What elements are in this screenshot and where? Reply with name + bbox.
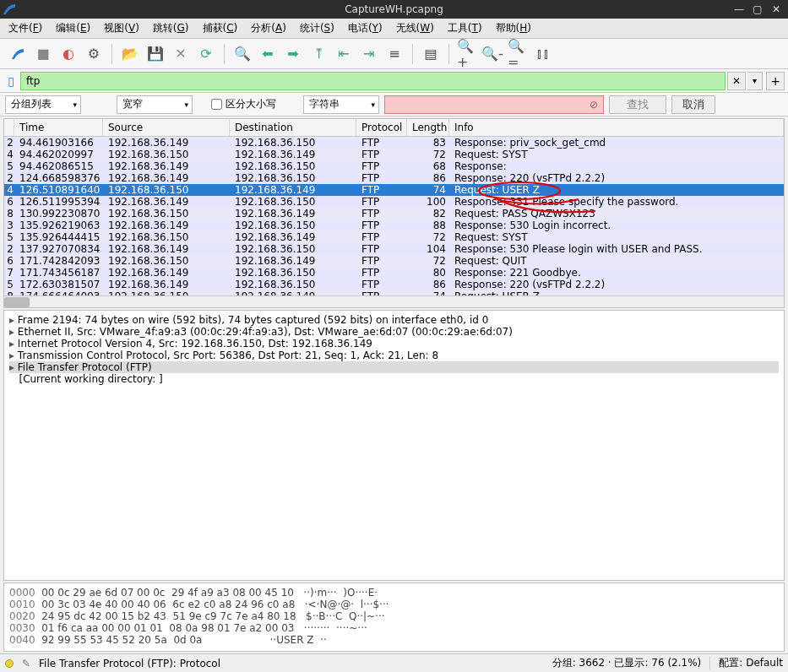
capture-options-icon[interactable]: ⚙ xyxy=(83,43,105,65)
detail-line[interactable]: Frame 2194: 74 bytes on wire (592 bits),… xyxy=(9,314,779,326)
status-bar: ✎ File Transfer Protocol (FTP): Protocol… xyxy=(0,653,788,672)
zoom-reset-icon[interactable]: 🔍= xyxy=(507,43,529,65)
menu-电话[interactable]: 电话(Y) xyxy=(345,19,386,37)
find-width-select[interactable]: 宽窄 xyxy=(117,95,193,114)
go-last-icon[interactable]: ⇥ xyxy=(358,43,380,65)
detail-line[interactable]: Ethernet II, Src: VMware_4f:a9:a3 (00:0c… xyxy=(9,326,779,338)
window-title: CaptureWH.pcapng xyxy=(0,3,788,15)
hex-row[interactable]: 0020 24 95 dc 42 00 15 b2 43 51 9e c9 7c… xyxy=(9,610,779,622)
packet-row[interactable]: 4126.510891640192.168.36.150192.168.36.1… xyxy=(4,184,784,196)
packet-row[interactable]: 6171.742842093192.168.36.150192.168.36.1… xyxy=(4,255,784,267)
find-cancel-button[interactable]: 取消 xyxy=(671,95,715,114)
col-destination[interactable]: Destination xyxy=(230,119,356,136)
menu-文件[interactable]: 文件(F) xyxy=(5,19,46,37)
case-sensitive-checkbox[interactable]: 区分大小写 xyxy=(211,97,276,111)
status-profile[interactable]: 配置: Default xyxy=(719,656,783,670)
resize-columns-icon[interactable]: ⫿⫿ xyxy=(532,43,554,65)
menu-统计[interactable]: 统计(S) xyxy=(296,19,338,37)
menu-编辑[interactable]: 编辑(E) xyxy=(52,19,94,37)
minimize-button[interactable]: — xyxy=(732,3,746,15)
start-capture-icon[interactable] xyxy=(7,43,29,65)
packet-row[interactable]: 3135.926219063192.168.36.149192.168.36.1… xyxy=(4,219,784,231)
zoom-in-icon[interactable]: 🔍+ xyxy=(456,43,478,65)
main-toolbar: ■ ◐ ⚙ 📂 💾 ✕ ⟳ 🔍 ⬅ ➡ ⤒ ⇤ ⇥ ≡ ▤ 🔍+ 🔍- 🔍= ⫿… xyxy=(0,39,788,69)
edit-icon[interactable]: ✎ xyxy=(22,658,30,669)
toolbar-separator xyxy=(412,44,413,64)
close-button[interactable]: ✕ xyxy=(769,3,783,15)
packet-row[interactable]: 594.462086515192.168.36.149192.168.36.15… xyxy=(4,160,784,172)
packet-row[interactable]: 494.462020997192.168.36.150192.168.36.14… xyxy=(4,149,784,160)
hex-row[interactable]: 0000 00 0c 29 ae 6d 07 00 0c 29 4f a9 a3… xyxy=(9,587,779,599)
go-to-packet-icon[interactable]: ⤒ xyxy=(307,43,329,65)
save-file-icon[interactable]: 💾 xyxy=(144,43,166,65)
packet-row[interactable]: 8130.992230870192.168.36.150192.168.36.1… xyxy=(4,208,784,219)
filter-bookmark-icon[interactable]: ▯ xyxy=(3,73,19,89)
packet-details-pane[interactable]: Frame 2194: 74 bytes on wire (592 bits),… xyxy=(3,310,785,581)
auto-scroll-icon[interactable]: ≡ xyxy=(383,43,405,65)
stop-capture-icon[interactable]: ■ xyxy=(32,43,54,65)
col-protocol[interactable]: Protocol xyxy=(356,119,407,136)
toolbar-separator xyxy=(224,44,225,64)
horizontal-scrollbar[interactable] xyxy=(4,295,784,307)
menu-视图[interactable]: 视图(V) xyxy=(101,19,143,37)
hex-row[interactable]: 0010 00 3c 03 4e 40 00 40 06 6c e2 c0 a8… xyxy=(9,599,779,610)
restart-capture-icon[interactable]: ◐ xyxy=(57,43,79,65)
menu-捕获[interactable]: 捕获(C) xyxy=(199,19,242,37)
find-type-select[interactable]: 字符串 xyxy=(303,95,379,114)
title-bar: CaptureWH.pcapng — ▢ ✕ xyxy=(0,0,788,19)
maximize-button[interactable]: ▢ xyxy=(751,3,764,15)
go-back-icon[interactable]: ⬅ xyxy=(257,43,279,65)
packet-list-pane: Time Source Destination Protocol Length … xyxy=(3,118,785,308)
menu-帮助[interactable]: 帮助(H) xyxy=(492,19,535,37)
status-proto-label: File Transfer Protocol (FTP): Protocol xyxy=(39,658,220,669)
find-button[interactable]: 查找 xyxy=(609,95,666,114)
menu-跳转[interactable]: 跳转(G) xyxy=(149,19,193,37)
col-source[interactable]: Source xyxy=(103,119,230,136)
col-time[interactable]: Time xyxy=(14,119,103,136)
display-filter-input[interactable] xyxy=(20,72,726,90)
packet-row[interactable]: 2124.668598376192.168.36.149192.168.36.1… xyxy=(4,172,784,184)
go-forward-icon[interactable]: ➡ xyxy=(282,43,304,65)
filter-history-dropdown[interactable]: ▾ xyxy=(747,72,763,90)
detail-line[interactable]: [Current working directory: ] xyxy=(9,373,779,385)
col-length[interactable]: Length xyxy=(407,119,449,136)
close-file-icon[interactable]: ✕ xyxy=(170,43,192,65)
open-file-icon[interactable]: 📂 xyxy=(119,43,141,65)
toolbar-separator xyxy=(448,44,449,64)
display-filter-bar: ▯ ✕ ▾ + xyxy=(0,69,788,93)
menu-bar: 文件(F)编辑(E)视图(V)跳转(G)捕获(C)分析(A)统计(S)电话(Y)… xyxy=(0,19,788,39)
packet-row[interactable]: 6126.511995394192.168.36.149192.168.36.1… xyxy=(4,196,784,208)
find-scope-select[interactable]: 分组列表 xyxy=(5,95,81,114)
packet-row[interactable]: 5135.926444415192.168.36.150192.168.36.1… xyxy=(4,231,784,243)
hex-row[interactable]: 0040 92 99 55 53 45 52 20 5a 0d 0a ··USE… xyxy=(9,634,779,646)
hex-row[interactable]: 0030 01 f6 ca aa 00 00 01 01 08 0a 98 01… xyxy=(9,622,779,634)
packet-row[interactable]: 5172.630381507192.168.36.149192.168.36.1… xyxy=(4,279,784,290)
toolbar-separator xyxy=(111,44,112,64)
packet-bytes-pane[interactable]: 0000 00 0c 29 ae 6d 07 00 0c 29 4f a9 a3… xyxy=(3,583,785,652)
packet-row[interactable]: 2137.927070834192.168.36.149192.168.36.1… xyxy=(4,243,784,255)
packet-row[interactable]: 7171.743456187192.168.36.149192.168.36.1… xyxy=(4,267,784,279)
detail-line[interactable]: Internet Protocol Version 4, Src: 192.16… xyxy=(9,338,779,350)
status-packet-count: 分组: 3662 · 已显示: 76 (2.1%) xyxy=(552,656,702,670)
expert-info-icon[interactable] xyxy=(5,659,14,668)
menu-分析[interactable]: 分析(A) xyxy=(247,19,290,37)
packet-list-body[interactable]: 294.461903166192.168.36.149192.168.36.15… xyxy=(4,137,784,295)
go-first-icon[interactable]: ⇤ xyxy=(333,43,355,65)
menu-无线[interactable]: 无线(W) xyxy=(393,19,437,37)
detail-line[interactable]: Transmission Control Protocol, Src Port:… xyxy=(9,350,779,361)
blocked-icon: ⊘ xyxy=(590,99,598,111)
packet-row[interactable]: 294.461903166192.168.36.149192.168.36.15… xyxy=(4,137,784,149)
col-info[interactable]: Info xyxy=(449,119,784,136)
filter-add-button[interactable]: + xyxy=(766,72,785,90)
reload-icon[interactable]: ⟳ xyxy=(195,43,217,65)
packet-list-header[interactable]: Time Source Destination Protocol Length … xyxy=(4,119,784,137)
menu-工具[interactable]: 工具(T) xyxy=(444,19,486,37)
find-icon[interactable]: 🔍 xyxy=(231,43,253,65)
zoom-out-icon[interactable]: 🔍- xyxy=(481,43,503,65)
detail-line[interactable]: File Transfer Protocol (FTP) xyxy=(9,361,779,373)
find-bar: 分组列表 宽窄 区分大小写 字符串 ⊘ 查找 取消 xyxy=(0,93,788,117)
colorize-icon[interactable]: ▤ xyxy=(420,43,442,65)
filter-clear-button[interactable]: ✕ xyxy=(727,72,746,90)
find-text-input[interactable]: ⊘ xyxy=(384,95,604,114)
